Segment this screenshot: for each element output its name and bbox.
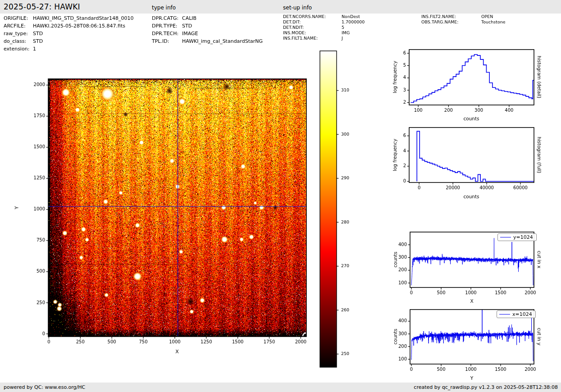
setup-info-label: DET.NDIT: [283, 25, 304, 30]
setup-info-value: 5 [342, 25, 344, 30]
type-info-label: TPL.ID: [152, 38, 169, 44]
setup-info-label: INS.FILT1.NAME: [283, 36, 318, 41]
type-info-label: DPR.CATG: [152, 15, 178, 21]
hist-full-side-label: histogram (full) [537, 137, 542, 173]
image-x-axis-label: X [175, 349, 179, 355]
file-info-label: raw_type: [4, 31, 28, 36]
file-info-value: STD [33, 31, 43, 36]
cut-y-y-axis-label: counts [392, 328, 398, 344]
setup-info-label: INS.FILT2.NAME: [421, 14, 456, 19]
cut-x-legend-label: y=1024 [513, 234, 533, 240]
file-info-value: HAWKI_IMG_STD_StandardStar148_0010 [33, 15, 134, 21]
image-y-axis-label: Y [14, 206, 20, 210]
setup-info-value: NonDest [342, 14, 360, 19]
cut-y-x-axis-label: Y [470, 375, 473, 381]
setup-info-value: IMG [342, 30, 350, 35]
legend-line-swatch [500, 237, 511, 237]
cut-x-side-label: cut in x [537, 251, 542, 268]
page-title: 2025-05-27: HAWKI [4, 2, 80, 11]
cut-x-x-axis-label: X [470, 298, 473, 304]
hist-full-x-axis-label: counts [463, 194, 479, 199]
cut-y-side-label: cut in y [537, 328, 542, 345]
setup-info-value: OPEN [481, 14, 493, 19]
hist-detail-side-label: histogram (detail) [537, 56, 542, 98]
file-info-value: 1 [33, 46, 36, 52]
type-info-value: HAWKI_img_cal_StandardStarNG [182, 38, 263, 44]
hist-detail-x-axis-label: counts [463, 116, 479, 121]
file-info-label: ORIGFILE: [4, 15, 28, 21]
setup-info-value: 1.7000000 [342, 19, 365, 24]
cut-y-legend: x=1024 [497, 310, 536, 318]
cut-y-legend-label: x=1024 [512, 311, 532, 317]
file-info-label: ARCFILE: [4, 23, 26, 29]
type-info-value: STD [182, 23, 192, 29]
type-info-value: IMAGE [182, 31, 198, 36]
setup-info-label: DET.NCORRS.NAME: [283, 14, 326, 19]
setup-info-label: INS.MODE: [283, 30, 306, 35]
hist-detail-y-axis-label: log frequency [392, 61, 397, 93]
file-info-value: HAWKI.2025-05-28T08:06:15.847.fits [33, 23, 125, 29]
type-info-value: CALIB [182, 15, 196, 21]
footer-left-text: powered by QC: www.eso.org/HC [4, 384, 85, 390]
file-info-value: STD [33, 38, 43, 44]
type-info-label: DPR.TECH: [152, 31, 178, 36]
hist-full-y-axis-label: log frequency [392, 139, 397, 171]
setup-info-label: OBS.TARG.NAME: [421, 19, 458, 24]
file-info-label: extension: [4, 46, 29, 52]
footer-right-text: created by qc_rawdisp.py v1.2.3 on 2025-… [414, 384, 558, 390]
type-info-label: DPR.TYPE: [152, 23, 178, 29]
setup-info-heading: set-up info [283, 5, 312, 11]
setup-info-value: J [342, 36, 343, 41]
setup-info-value: Touchstone [481, 19, 506, 24]
header-bar [0, 0, 561, 14]
file-info-label: do_class: [4, 38, 26, 44]
cut-x-y-axis-label: counts [392, 251, 398, 267]
type-info-heading: type info [152, 5, 176, 11]
cut-x-legend: y=1024 [497, 233, 537, 241]
legend-line-swatch [499, 314, 510, 315]
setup-info-label: DET.DIT: [283, 19, 301, 24]
